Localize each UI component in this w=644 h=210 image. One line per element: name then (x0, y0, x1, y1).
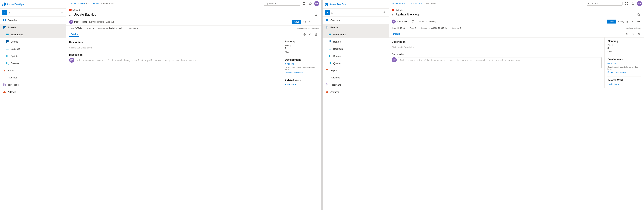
search-box[interactable] (264, 2, 300, 6)
right-add-project-button[interactable]: + (382, 11, 386, 15)
right-related-add-link-button[interactable]: + Add link (608, 83, 619, 85)
right-refresh-button[interactable] (625, 19, 630, 24)
right-sidebar-item-backlogs[interactable]: Backlogs (322, 45, 389, 52)
left-copy-button[interactable] (314, 12, 318, 17)
basket-button[interactable] (308, 1, 313, 6)
sidebar-item-test-plans[interactable]: Test Plans (0, 81, 66, 88)
right-effort-field: Effort (608, 51, 641, 53)
right-sidebar-item-artifacts[interactable]: Artifacts (322, 88, 389, 95)
right-add-tag-button[interactable]: Add tag (429, 20, 436, 23)
right-link-button[interactable] (630, 32, 636, 37)
right-assigned-user[interactable]: MP Mark Pleskac (392, 20, 410, 24)
svg-rect-25 (5, 77, 6, 77)
right-desc-placeholder[interactable]: Click to add Description (392, 45, 602, 50)
right-state-field[interactable]: State To Do (392, 27, 406, 29)
right-save-button[interactable]: Save (607, 20, 616, 24)
right-user-avatar[interactable]: MH (637, 1, 642, 6)
sidebar-item-backlogs[interactable]: Backlogs (0, 45, 66, 52)
right-sidebar-item-queries[interactable]: Queries (322, 60, 389, 67)
breadcrumb-boards[interactable]: Boards (93, 2, 100, 5)
svg-rect-3 (5, 20, 6, 21)
breadcrumb-collection[interactable]: DefaultCollection (68, 2, 85, 5)
comment-icon-right (412, 20, 414, 23)
sidebar-item-overview[interactable]: Overview (0, 17, 66, 24)
right-priority-value[interactable]: 2 (608, 47, 641, 49)
issue-icon-right (392, 9, 394, 11)
right-sidebar-item-work-items[interactable]: Work Items (322, 31, 389, 38)
left-save-button[interactable]: Save (292, 20, 302, 24)
right-undo-button[interactable] (630, 19, 636, 24)
right-copy-button[interactable] (636, 12, 641, 17)
svg-rect-7 (6, 34, 8, 34)
left-sidebar: Azure DevOps a a + Overview Boards W (0, 0, 66, 210)
right-more-button[interactable] (636, 19, 641, 24)
left-delete-button[interactable] (314, 32, 318, 37)
right-azure-devops-logo[interactable]: Azure DevOps (325, 3, 346, 6)
right-details-tab[interactable]: Details (392, 32, 402, 36)
right-basket-button[interactable] (630, 1, 636, 6)
sidebar-item-queries[interactable]: Queries (0, 60, 66, 67)
left-reason-field[interactable]: Reason Added to back... (98, 27, 124, 30)
right-sidebar-item-overview[interactable]: Overview (322, 17, 389, 24)
left-add-link-button[interactable]: + Add link (285, 63, 294, 65)
left-add-tag-button[interactable]: Add tag (106, 21, 114, 23)
delete-icon-right (637, 33, 640, 35)
sidebar-item-artifacts[interactable]: Artifacts (0, 88, 66, 95)
right-search-box[interactable] (587, 2, 622, 6)
right-search-input[interactable] (592, 2, 621, 5)
left-comment-input[interactable]: Add a comment. Use # to link a work item… (76, 58, 279, 68)
left-desc-title: Description (69, 41, 279, 44)
right-sidebar-item-sprints[interactable]: Sprints (322, 52, 389, 60)
left-undo-button[interactable] (308, 19, 313, 25)
sidebar-item-work-items[interactable]: Work Items (0, 31, 66, 38)
left-assigned-user[interactable]: MP Mark Pleskac (69, 20, 87, 24)
breadcrumb-project[interactable]: a (88, 2, 90, 5)
right-area-field[interactable]: Area a (410, 27, 416, 29)
left-state-field[interactable]: State To Do (69, 27, 83, 30)
left-iteration-field[interactable]: Iteration a (129, 27, 138, 30)
sidebar-queries-label: Queries (11, 62, 19, 65)
right-delete-button[interactable] (636, 32, 641, 37)
right-iteration-field[interactable]: Iteration a (452, 27, 461, 29)
sidebar-item-sprints[interactable]: Sprints (0, 52, 66, 60)
azure-devops-logo[interactable]: Azure DevOps (2, 3, 24, 6)
right-grid-view-button[interactable] (624, 1, 629, 6)
left-comments-button[interactable]: 0 comments (89, 21, 104, 23)
sidebar-item-pipelines[interactable]: Pipelines (0, 74, 66, 81)
right-breadcrumb-collection[interactable]: DefaultCollection (391, 2, 407, 5)
sidebar-item-repos[interactable]: Repos (0, 67, 66, 74)
right-comments-button[interactable]: 0 comments (412, 20, 427, 23)
left-refresh-button[interactable] (302, 19, 307, 25)
left-link-button[interactable] (308, 32, 313, 37)
left-area-field[interactable]: Area a (87, 27, 94, 30)
right-add-link-button[interactable]: + Add link (608, 62, 617, 65)
right-sidebar-item-repos[interactable]: Repos (322, 67, 389, 74)
left-details-tab[interactable]: Details (69, 32, 79, 37)
right-create-branch-link[interactable]: Create a new branch (608, 71, 626, 73)
left-create-branch-link[interactable]: Create a new branch (285, 71, 303, 74)
add-project-button[interactable]: + (60, 11, 64, 15)
grid-view-button[interactable] (302, 1, 306, 6)
sidebar-item-boards-group[interactable]: Boards (0, 24, 66, 31)
left-related-add-link-button[interactable]: + Add link (285, 83, 297, 86)
right-sidebar-item-pipelines[interactable]: Pipelines (322, 74, 389, 81)
right-sidebar-item-boards-group[interactable]: Boards (322, 24, 389, 31)
left-history-button[interactable] (302, 32, 307, 37)
user-avatar-left[interactable]: MH (314, 1, 319, 6)
work-items-icon (6, 33, 9, 36)
right-reason-field[interactable]: Reason Added to backl... (420, 27, 447, 29)
left-priority-value[interactable]: 2 (285, 47, 318, 50)
right-history-button[interactable] (625, 32, 630, 37)
right-sidebar-project: a a + (322, 9, 389, 17)
right-breadcrumb-project[interactable]: a (411, 2, 412, 5)
left-desc-placeholder[interactable]: Click to add Description (69, 45, 279, 51)
left-more-button[interactable] (314, 19, 318, 25)
right-sidebar-item-boards[interactable]: Boards (322, 38, 389, 45)
sidebar-item-boards[interactable]: Boards (0, 38, 66, 45)
search-input[interactable] (269, 2, 298, 5)
right-breadcrumb-boards[interactable]: Boards (415, 2, 422, 5)
right-comment-input[interactable] (398, 57, 602, 68)
right-sidebar-item-test-plans[interactable]: Test Plans (322, 81, 389, 88)
left-title-input[interactable] (72, 12, 312, 18)
svg-rect-79 (626, 2, 628, 4)
